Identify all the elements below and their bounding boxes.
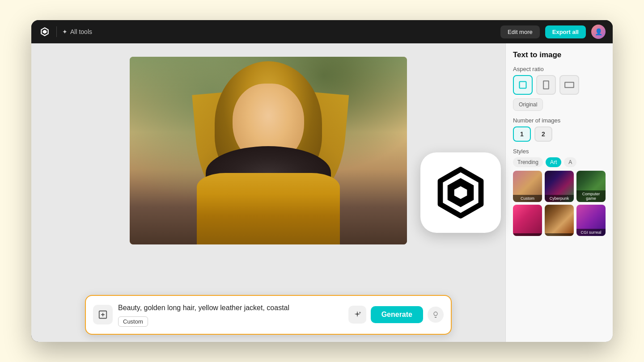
style-cgi-surreal[interactable]: CGI surreal: [576, 205, 606, 236]
top-nav: ✦ All tools Edit more Export all 👤: [31, 20, 613, 43]
style-cyberpunk[interactable]: Cyberpunk: [545, 171, 574, 202]
num-images-section: Number of images 1 2: [513, 117, 606, 142]
portrait-figure: [183, 57, 353, 244]
aspect-original-button[interactable]: Original: [513, 98, 543, 111]
wand-icon: ✦: [62, 28, 68, 35]
export-all-button[interactable]: Export all: [545, 25, 586, 38]
prompt-text-area: Beauty, golden long hair, yellow leather…: [118, 303, 343, 327]
main-image: [130, 57, 407, 244]
styles-label: Styles: [513, 148, 606, 155]
style-vintage-label: [545, 233, 574, 236]
style-fashion[interactable]: [513, 205, 542, 236]
style-grid: Custom Cyberpunk Computer game: [513, 171, 606, 236]
style-fashion-bg: [513, 205, 542, 236]
num-images-row: 1 2: [513, 126, 606, 142]
capcut-logo-nav[interactable]: [38, 25, 51, 38]
style-tab-trending[interactable]: Trending: [513, 157, 543, 167]
prompt-tags: Custom: [118, 316, 343, 327]
aspect-portrait-button[interactable]: [536, 75, 556, 95]
edit-more-button[interactable]: Edit more: [500, 25, 540, 38]
style-tab-art[interactable]: Art: [546, 157, 561, 167]
styles-tabs: Trending Art A: [513, 157, 606, 167]
style-cgi-label: CGI surreal: [576, 229, 606, 236]
right-panel: Text to image Aspect ratio: [505, 43, 613, 342]
styles-section: Styles Trending Art A Custom Cyberpunk: [513, 148, 606, 236]
custom-tag[interactable]: Custom: [118, 316, 148, 327]
style-tab-more[interactable]: A: [564, 157, 576, 167]
aspect-square-button[interactable]: [513, 75, 533, 95]
prompt-container: Beauty, golden long hair, yellow leather…: [85, 295, 452, 335]
style-vintage[interactable]: [545, 205, 574, 236]
jacket: [197, 173, 340, 244]
portrait-bg: [130, 57, 407, 244]
style-computer-game[interactable]: Computer game: [576, 171, 606, 202]
app-window: ✦ All tools Edit more Export all 👤: [31, 20, 613, 342]
nav-divider: [56, 26, 57, 37]
num-2-button[interactable]: 2: [534, 126, 552, 142]
num-1-button[interactable]: 1: [513, 126, 531, 142]
svg-rect-4: [520, 82, 526, 88]
panel-title: Text to image: [513, 51, 606, 59]
avatar[interactable]: 👤: [591, 25, 606, 39]
svg-rect-6: [565, 82, 574, 88]
aspect-ratio-label: Aspect ratio: [513, 66, 606, 72]
lightbulb-button[interactable]: [428, 307, 444, 323]
style-computer-game-label: Computer game: [576, 190, 606, 202]
aspect-ratio-row: Original: [513, 75, 606, 111]
style-cyberpunk-label: Cyberpunk: [545, 195, 574, 202]
all-tools-nav[interactable]: ✦ All tools: [62, 28, 92, 35]
style-fashion-label: [513, 233, 542, 236]
capcut-logo-large: [420, 152, 501, 233]
prompt-text: Beauty, golden long hair, yellow leather…: [118, 303, 343, 313]
add-image-button[interactable]: [93, 305, 113, 324]
style-custom-label: Custom: [513, 195, 542, 202]
generate-button[interactable]: Generate: [371, 306, 423, 323]
aspect-ratio-section: Aspect ratio: [513, 66, 606, 111]
num-images-label: Number of images: [513, 117, 606, 124]
style-vintage-bg: [545, 205, 574, 236]
style-custom[interactable]: Custom: [513, 171, 542, 202]
all-tools-label: All tools: [70, 28, 92, 35]
sparkle-button[interactable]: [348, 306, 366, 324]
main-content: Beauty, golden long hair, yellow leather…: [31, 43, 613, 342]
svg-rect-5: [543, 81, 549, 89]
aspect-landscape-button[interactable]: [559, 75, 579, 95]
prompt-actions: Generate: [348, 306, 444, 324]
